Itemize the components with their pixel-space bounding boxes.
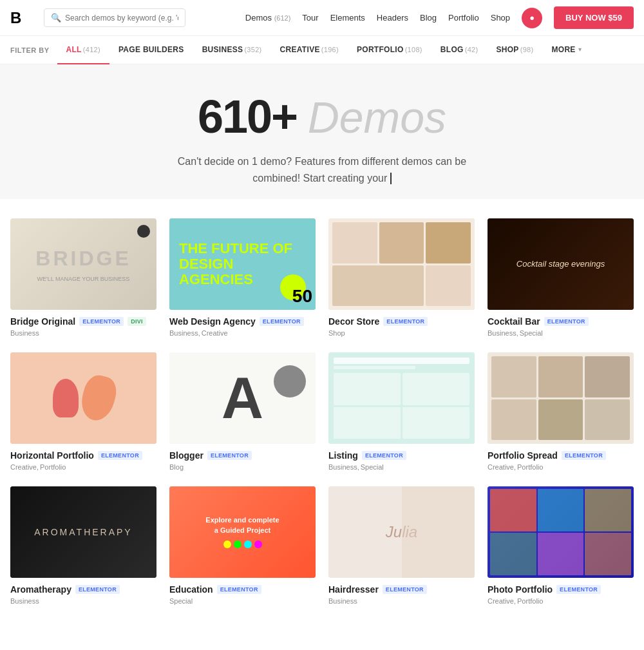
card-thumbnail: A: [169, 352, 316, 444]
demos-grid: BRIDGE WE'LL MANAGE YOUR BUSINESS Bridge…: [10, 218, 634, 605]
card-tags: Business: [328, 597, 475, 605]
demo-card-5[interactable]: Horizontal Portfolio ELEMENTOR CreativeP…: [10, 352, 156, 471]
tag: Portfolio: [40, 463, 66, 471]
nav-demos[interactable]: Demos (612): [245, 13, 290, 23]
tag: Creative: [488, 463, 516, 471]
card-title-row: Bridge Original ELEMENTOR DIVI: [10, 316, 156, 327]
card-thumbnail: [10, 352, 156, 444]
demo-card-7[interactable]: Listing ELEMENTOR BusinessSpecial: [328, 352, 475, 471]
card-title: Listing: [328, 450, 358, 461]
search-box[interactable]: 🔍: [44, 8, 185, 27]
filter-portfolio-count: (108): [405, 46, 422, 53]
card-thumbnail: [328, 352, 475, 444]
demo-card-10[interactable]: Explore and completea Guided Project Edu…: [169, 486, 316, 605]
hero-subtitle-line1: Can't decide on 1 demo? Features from di…: [178, 156, 466, 167]
card-title-row: Photo Portfolio ELEMENTOR: [488, 584, 634, 595]
card-thumb-inner: Explore and completea Guided Project: [169, 486, 316, 578]
card-title-row: Horizontal Portfolio ELEMENTOR: [10, 450, 156, 461]
badge-elementor: ELEMENTOR: [562, 451, 606, 460]
card-title-row: Cocktail Bar ELEMENTOR: [488, 316, 634, 327]
hero-demos-label: Demos: [308, 93, 446, 142]
filter-all[interactable]: ALL (412): [57, 36, 109, 64]
card-title: Web Design Agency: [169, 316, 256, 327]
card-title: Decor Store: [328, 316, 379, 327]
demo-card-2[interactable]: THE FUTURE OFDESIGN AGENCIES 50 Web Desi…: [169, 218, 316, 337]
demos-count: (612): [274, 14, 291, 22]
demo-card-8[interactable]: Portfolio Spread ELEMENTOR CreativePortf…: [488, 352, 634, 471]
badge-divi: DIVI: [128, 317, 146, 326]
demo-card-4[interactable]: Cocktail stage evenings Cocktail Bar ELE…: [488, 218, 634, 337]
demo-card-12[interactable]: Photo Portfolio ELEMENTOR CreativePortfo…: [488, 486, 634, 605]
nav-shop[interactable]: Shop: [491, 13, 510, 23]
card-tags: Shop: [328, 329, 475, 337]
tag: Business: [10, 329, 39, 337]
card-thumbnail: BRIDGE WE'LL MANAGE YOUR BUSINESS: [10, 218, 156, 310]
nav-blog[interactable]: Blog: [420, 13, 437, 23]
nav-tour[interactable]: Tour: [302, 13, 318, 23]
buy-button[interactable]: BUY NOW $59: [554, 6, 634, 29]
badge-elementor: ELEMENTOR: [383, 585, 427, 594]
card-title: Hairdresser: [328, 584, 379, 595]
tag: Business: [10, 597, 39, 605]
cursor-blink: [390, 173, 392, 184]
badge-elementor: ELEMENTOR: [217, 585, 261, 594]
card-title: Bridge Original: [10, 316, 75, 327]
tag: Special: [520, 329, 543, 337]
card-tags: CreativePortfolio: [488, 597, 634, 605]
card-title-row: Web Design Agency ELEMENTOR: [169, 316, 316, 327]
tag: Business: [328, 597, 357, 605]
card-thumbnail: [488, 352, 634, 444]
demo-card-1[interactable]: BRIDGE WE'LL MANAGE YOUR BUSINESS Bridge…: [10, 218, 156, 337]
filter-portfolio[interactable]: PORTFOLIO (108): [348, 36, 431, 64]
demo-card-3[interactable]: Decor Store ELEMENTOR Shop: [328, 218, 475, 337]
filter-shop-count: (98): [520, 46, 534, 53]
card-tags: CreativePortfolio: [488, 463, 634, 471]
card-thumbnail: Explore and completea Guided Project: [169, 486, 316, 578]
card-title: Blogger: [169, 450, 204, 461]
hero-section: 610+ Demos Can't decide on 1 demo? Featu…: [0, 64, 644, 199]
card-title: Aromatherapy: [10, 584, 71, 595]
nav-portfolio[interactable]: Portfolio: [448, 13, 479, 23]
hero-number: 610+: [198, 91, 297, 142]
filter-creative[interactable]: CREATIVE (196): [271, 36, 348, 64]
badge-elementor: ELEMENTOR: [383, 317, 428, 326]
avatar[interactable]: ●: [522, 8, 542, 28]
nav-headers[interactable]: Headers: [377, 13, 408, 23]
card-tags: BusinessCreative: [169, 329, 316, 337]
filter-blog[interactable]: BLOG (42): [431, 36, 488, 64]
demo-card-6[interactable]: A Blogger ELEMENTOR Blog: [169, 352, 316, 471]
search-input[interactable]: [65, 14, 178, 23]
badge-elementor: ELEMENTOR: [98, 451, 142, 460]
hero-headline: 610+ Demos: [13, 90, 631, 143]
card-title: Horizontal Portfolio: [10, 450, 94, 461]
card-title-row: Blogger ELEMENTOR: [169, 450, 316, 461]
nav-elements[interactable]: Elements: [330, 13, 365, 23]
demos-grid-section: BRIDGE WE'LL MANAGE YOUR BUSINESS Bridge…: [0, 199, 644, 624]
card-title: Cocktail Bar: [488, 316, 540, 327]
card-title-row: Decor Store ELEMENTOR: [328, 316, 475, 327]
demo-card-9[interactable]: AROMATHERAPY Aromatherapy ELEMENTOR Busi…: [10, 486, 156, 605]
filter-more[interactable]: MORE ▾: [542, 36, 591, 64]
card-title-row: Hairdresser ELEMENTOR: [328, 584, 475, 595]
filter-bar: FILTER BY ALL (412) PAGE BUILDERS BUSINE…: [0, 36, 644, 64]
card-tags: Business: [10, 329, 156, 337]
card-thumbnail: AROMATHERAPY: [10, 486, 156, 578]
card-thumb-inner: Julia: [328, 486, 475, 578]
card-thumb-inner: [488, 486, 634, 578]
filter-label: FILTER BY: [10, 46, 50, 54]
more-arrow-icon: ▾: [578, 46, 582, 53]
badge-elementor: ELEMENTOR: [260, 317, 304, 326]
card-thumb-inner: [328, 218, 475, 310]
card-thumb-inner: A: [169, 352, 316, 444]
card-thumbnail: THE FUTURE OFDESIGN AGENCIES 50: [169, 218, 316, 310]
filter-business[interactable]: BUSINESS (352): [193, 36, 271, 64]
filter-blog-count: (42): [465, 46, 478, 53]
card-tags: CreativePortfolio: [10, 463, 156, 471]
card-tags: Blog: [169, 463, 316, 471]
filter-shop[interactable]: SHOP (98): [487, 36, 542, 64]
card-thumb-inner: AROMATHERAPY: [10, 486, 156, 578]
filter-page-builders[interactable]: PAGE BUILDERS: [109, 36, 193, 64]
filter-creative-count: (196): [321, 46, 339, 53]
demo-card-11[interactable]: Julia Hairdresser ELEMENTOR Business: [328, 486, 475, 605]
tag: Creative: [10, 463, 39, 471]
